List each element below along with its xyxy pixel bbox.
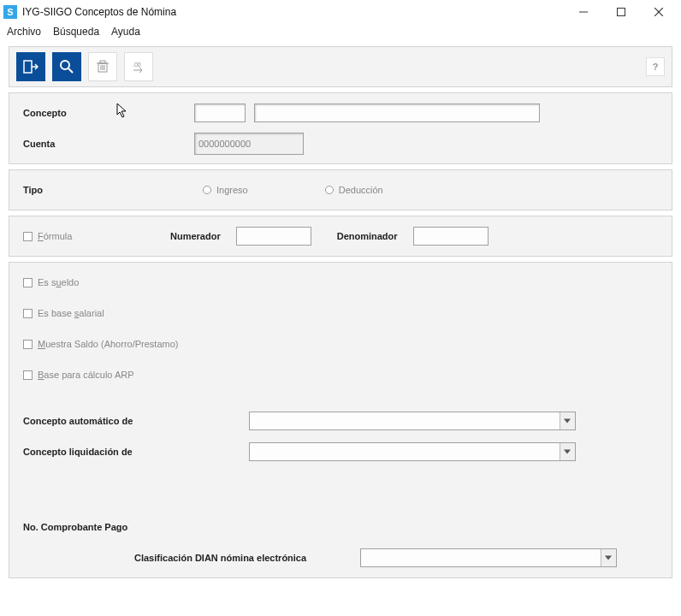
numerador-input[interactable] — [236, 227, 311, 246]
checkbox-icon — [23, 370, 33, 380]
panel-concepto: Concepto Cuenta — [9, 92, 672, 164]
concepto-desc-input[interactable] — [254, 104, 540, 122]
close-button[interactable] — [640, 0, 678, 24]
search-button[interactable] — [52, 52, 81, 81]
tipo-deduccion-radio[interactable]: Deducción — [325, 185, 383, 195]
help-button[interactable]: ? — [646, 57, 665, 76]
svg-line-3 — [654, 8, 663, 16]
cuenta-label: Cuenta — [23, 139, 194, 149]
minimize-button[interactable] — [565, 0, 602, 24]
muestra-saldo-checkbox[interactable]: Muestra Saldo (Ahorro/Prestamo) — [23, 339, 178, 349]
base-arp-checkbox[interactable]: Base para cálculo ARP — [23, 370, 134, 380]
muestra-saldo-label: Muestra Saldo (Ahorro/Prestamo) — [38, 339, 178, 349]
trash-icon — [96, 60, 110, 74]
svg-line-2 — [654, 8, 663, 16]
clasificacion-dian-label: Clasificación DIAN nómina electrónica — [134, 553, 360, 563]
checkbox-icon — [23, 278, 33, 287]
panel-formula: Fórmula Numerador Denominador — [9, 216, 672, 257]
menu-busqueda[interactable]: Búsqueda — [53, 26, 99, 38]
tipo-label: Tipo — [23, 185, 194, 195]
svg-rect-1 — [618, 9, 625, 16]
denominador-label: Denominador — [337, 231, 398, 241]
window-title: IYG-SIIGO Conceptos de Nómina — [22, 6, 176, 18]
search-icon — [59, 59, 74, 74]
checkbox-icon — [23, 340, 33, 349]
svg-point-5 — [61, 61, 69, 69]
tipo-ingreso-label: Ingreso — [216, 185, 248, 195]
formula-label: Fórmula — [38, 231, 72, 241]
checkbox-icon — [23, 232, 33, 241]
menu-ayuda[interactable]: Ayuda — [111, 26, 140, 38]
decimal-icon: .00 — [131, 60, 146, 74]
es-base-salarial-checkbox[interactable]: Es base salarial — [23, 308, 104, 318]
no-comprobante-label: No. Comprobante Pago — [23, 522, 249, 532]
clasificacion-dian-select[interactable] — [360, 548, 617, 567]
svg-rect-12 — [100, 61, 105, 63]
concepto-label: Concepto — [23, 108, 194, 118]
decimal-button[interactable]: .00 — [124, 52, 153, 81]
panel-tipo: Tipo Ingreso Deducción — [9, 169, 672, 210]
checkbox-icon — [23, 309, 33, 318]
concepto-auto-label: Concepto automático de — [23, 416, 249, 426]
tipo-deduccion-label: Deducción — [339, 185, 383, 195]
exit-icon — [23, 59, 38, 74]
titlebar: S IYG-SIIGO Conceptos de Nómina — [0, 0, 681, 24]
radio-icon — [325, 186, 334, 194]
menubar: Archivo Búsqueda Ayuda — [0, 24, 681, 41]
concepto-liq-select[interactable] — [249, 442, 576, 461]
concepto-auto-select[interactable] — [249, 412, 576, 430]
toolbar: .00 ? — [9, 46, 672, 87]
menu-archivo[interactable]: Archivo — [7, 26, 41, 38]
svg-rect-4 — [24, 61, 32, 73]
cuenta-input[interactable] — [194, 133, 304, 155]
maximize-button[interactable] — [602, 0, 640, 24]
panel-options: Es sueldo Es base salarial Muestra Saldo… — [9, 262, 672, 578]
formula-checkbox[interactable]: Fórmula — [23, 231, 119, 241]
app-icon: S — [3, 5, 17, 19]
concepto-liq-label: Concepto liquidación de — [23, 447, 249, 457]
tipo-ingreso-radio[interactable]: Ingreso — [203, 185, 248, 195]
radio-icon — [203, 186, 211, 194]
concepto-code-input[interactable] — [194, 104, 246, 122]
denominador-input[interactable] — [413, 227, 489, 246]
delete-button[interactable] — [88, 52, 117, 81]
numerador-label: Numerador — [170, 231, 221, 241]
svg-line-6 — [68, 68, 73, 73]
es-sueldo-checkbox[interactable]: Es sueldo — [23, 277, 79, 287]
base-arp-label: Base para cálculo ARP — [38, 370, 134, 380]
es-sueldo-label: Es sueldo — [38, 277, 79, 287]
es-base-salarial-label: Es base salarial — [38, 308, 104, 318]
exit-button[interactable] — [16, 52, 45, 81]
svg-text:.00: .00 — [133, 62, 141, 68]
